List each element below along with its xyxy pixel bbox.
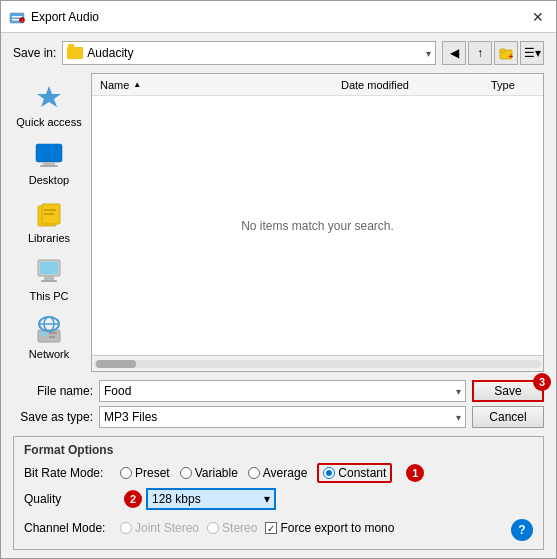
svg-text:+: + — [509, 52, 514, 60]
save-in-folder-text: Audacity — [87, 46, 422, 60]
radio-constant-dot — [326, 470, 332, 476]
save-as-type-value: MP3 Files — [104, 410, 456, 424]
sidebar-item-label: Libraries — [28, 232, 70, 244]
radio-average-circle — [248, 467, 260, 479]
quality-value: 128 kbps — [152, 492, 260, 506]
svg-rect-11 — [40, 165, 58, 167]
horizontal-scrollbar[interactable] — [92, 355, 543, 371]
cancel-button[interactable]: Cancel — [472, 406, 544, 428]
force-mono-checkbox[interactable]: ✓ Force export to mono — [265, 521, 394, 535]
up-button[interactable]: ↑ — [468, 41, 492, 65]
file-name-dropdown-arrow: ▾ — [456, 386, 461, 397]
force-mono-checkbox-box: ✓ — [265, 522, 277, 534]
star-icon — [33, 82, 65, 114]
channel-options: Joint Stereo Stereo ✓ Force export to mo… — [120, 521, 394, 535]
sidebar-item-quick-access[interactable]: Quick access — [13, 77, 85, 133]
dialog-title: Export Audio — [31, 10, 528, 24]
scrollbar-thumb — [96, 360, 136, 368]
sidebar: Quick access Desktop — [13, 73, 85, 372]
folder-icon — [67, 47, 83, 59]
radio-stereo[interactable]: Stereo — [207, 521, 257, 535]
radio-constant-wrapper: Constant — [317, 463, 392, 483]
close-button[interactable]: ✕ — [528, 7, 548, 27]
quality-dropdown-arrow: ▾ — [264, 492, 270, 506]
svg-rect-21 — [41, 332, 47, 336]
column-name[interactable]: Name ▲ — [92, 79, 333, 91]
svg-rect-22 — [49, 332, 57, 334]
file-pane-header: Name ▲ Date modified Type — [92, 74, 543, 96]
radio-joint-stereo[interactable]: Joint Stereo — [120, 521, 199, 535]
sidebar-item-label: Desktop — [29, 174, 69, 186]
svg-rect-9 — [36, 144, 62, 162]
save-as-type-combo[interactable]: MP3 Files ▾ — [99, 406, 466, 428]
svg-rect-18 — [44, 276, 54, 280]
svg-rect-6 — [500, 49, 505, 52]
quality-combo[interactable]: 128 kbps ▾ — [146, 488, 276, 510]
file-pane: Name ▲ Date modified Type No items match… — [91, 73, 544, 372]
sidebar-item-label: Quick access — [16, 116, 81, 128]
view-button[interactable]: ☰▾ — [520, 41, 544, 65]
radio-preset-circle — [120, 467, 132, 479]
bottom-rows: File name: Food ▾ Save 3 Save as type: M… — [13, 380, 544, 428]
format-section: Format Options Bit Rate Mode: Preset Var… — [13, 436, 544, 550]
format-section-title: Format Options — [24, 443, 533, 457]
dialog-body: Save in: Audacity ▾ ◀ ↑ + ☰▾ — [1, 33, 556, 558]
svg-rect-15 — [44, 213, 54, 215]
svg-rect-14 — [44, 209, 56, 211]
file-name-value: Food — [104, 384, 456, 398]
sidebar-item-libraries[interactable]: Libraries — [13, 193, 85, 249]
desktop-icon — [33, 140, 65, 172]
scrollbar-track — [94, 360, 541, 368]
svg-rect-23 — [49, 336, 55, 338]
sidebar-item-this-pc[interactable]: This PC — [13, 251, 85, 307]
save-as-dropdown-arrow: ▾ — [456, 412, 461, 423]
quality-badge: 2 — [124, 490, 142, 508]
radio-stereo-circle — [207, 522, 219, 534]
title-bar: ♪ Export Audio ✕ — [1, 1, 556, 33]
svg-text:♪: ♪ — [21, 18, 23, 23]
quality-combo-wrapper: 2 128 kbps ▾ — [120, 488, 276, 510]
save-button[interactable]: Save 3 — [472, 380, 544, 402]
back-button[interactable]: ◀ — [442, 41, 466, 65]
main-area: Quick access Desktop — [13, 73, 544, 372]
svg-rect-10 — [43, 162, 55, 165]
radio-preset[interactable]: Preset — [120, 466, 170, 480]
channel-mode-row: Channel Mode: Joint Stereo Stereo ✓ — [24, 515, 533, 541]
column-date-modified[interactable]: Date modified — [333, 79, 483, 91]
svg-rect-2 — [12, 19, 19, 21]
sidebar-item-label: This PC — [29, 290, 68, 302]
quality-row: Quality 2 128 kbps ▾ — [24, 488, 533, 510]
constant-badge: 1 — [406, 464, 424, 482]
channel-mode-label: Channel Mode: — [24, 521, 114, 535]
svg-rect-17 — [40, 262, 58, 274]
libraries-icon — [33, 198, 65, 230]
bit-rate-radio-group: Preset Variable Average — [120, 463, 424, 483]
sidebar-item-label: Network — [29, 348, 69, 360]
sidebar-item-network[interactable]: Network — [13, 309, 85, 365]
radio-average[interactable]: Average — [248, 466, 307, 480]
save-as-type-row: Save as type: MP3 Files ▾ Cancel — [13, 406, 544, 428]
svg-rect-19 — [41, 280, 57, 282]
sort-arrow-icon: ▲ — [133, 80, 141, 89]
save-in-combo[interactable]: Audacity ▾ — [62, 41, 436, 65]
export-audio-dialog: ♪ Export Audio ✕ Save in: Audacity ▾ ◀ ↑ — [0, 0, 557, 559]
help-button[interactable]: ? — [511, 519, 533, 541]
new-folder-button[interactable]: + — [494, 41, 518, 65]
force-mono-label: Force export to mono — [280, 521, 394, 535]
quality-label: Quality — [24, 492, 114, 506]
file-name-row: File name: Food ▾ Save 3 — [13, 380, 544, 402]
sidebar-item-desktop[interactable]: Desktop — [13, 135, 85, 191]
file-name-input[interactable]: Food ▾ — [99, 380, 466, 402]
radio-variable[interactable]: Variable — [180, 466, 238, 480]
save-in-dropdown-arrow: ▾ — [426, 48, 431, 59]
pc-icon — [33, 256, 65, 288]
file-name-label: File name: — [13, 384, 93, 398]
save-in-label: Save in: — [13, 46, 56, 60]
save-in-row: Save in: Audacity ▾ ◀ ↑ + ☰▾ — [13, 41, 544, 65]
column-type[interactable]: Type — [483, 79, 543, 91]
network-icon — [33, 314, 65, 346]
radio-constant[interactable]: Constant — [323, 466, 386, 480]
svg-marker-8 — [37, 86, 61, 107]
dialog-icon: ♪ — [9, 9, 25, 25]
nav-buttons: ◀ ↑ + ☰▾ — [442, 41, 544, 65]
